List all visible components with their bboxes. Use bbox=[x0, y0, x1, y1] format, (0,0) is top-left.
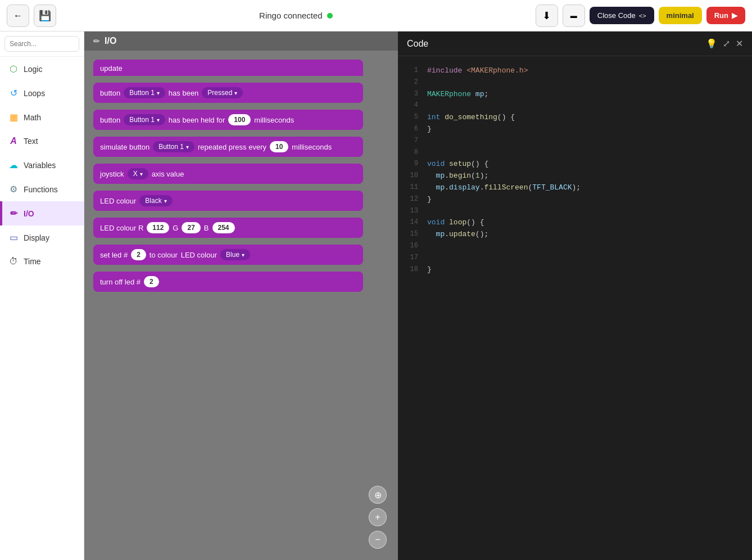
blocks-panel-title: I/O bbox=[105, 36, 116, 46]
minimal-label: minimal bbox=[667, 11, 694, 20]
code-line-5: 5 int do_something() { bbox=[407, 112, 743, 124]
back-button[interactable]: ← bbox=[7, 4, 29, 27]
button-pressed-pressed-value: Pressed bbox=[207, 89, 232, 97]
topbar: ← 💾 Ringo connected ⬇ ▬ Close Code <> mi… bbox=[0, 0, 752, 31]
variables-icon: ☁ bbox=[8, 160, 19, 170]
sidebar-item-text[interactable]: A Text bbox=[0, 129, 84, 153]
set-led-colour-label: LED colour bbox=[181, 251, 217, 259]
connection-title: Ringo connected bbox=[259, 11, 323, 20]
functions-icon: ⚙ bbox=[8, 184, 19, 195]
code-line-18: 18 } bbox=[407, 264, 743, 276]
sidebar-item-time[interactable]: ⏱ Time bbox=[0, 250, 84, 273]
minimal-button[interactable]: minimal bbox=[659, 7, 702, 24]
code-line-1: 1 #include <MAKERphone.h> bbox=[407, 65, 743, 77]
led-colour-rgb-block[interactable]: LED colour R 112 G 27 B 254 bbox=[93, 218, 363, 238]
code-line-6: 6 } bbox=[407, 124, 743, 136]
time-icon: ⏱ bbox=[8, 256, 19, 267]
monitor-button[interactable]: ▬ bbox=[563, 4, 585, 27]
fullscreen-button[interactable]: ⤢ bbox=[723, 38, 730, 49]
code-editor[interactable]: 1 #include <MAKERphone.h> 2 3 MAKERphone… bbox=[398, 56, 752, 560]
code-line-17: 17 bbox=[407, 252, 743, 264]
recenter-icon: ⊕ bbox=[374, 490, 382, 500]
led-colour-block[interactable]: LED colour Black ▾ bbox=[93, 191, 363, 211]
code-line-16: 16 bbox=[407, 241, 743, 252]
recenter-button[interactable]: ⊕ bbox=[369, 486, 387, 504]
connection-indicator bbox=[327, 13, 333, 19]
button-held-button-dropdown[interactable]: Button 1 ▾ bbox=[124, 114, 165, 125]
topbar-center: Ringo connected bbox=[61, 11, 531, 20]
sidebar-item-label-text: Text bbox=[24, 137, 38, 146]
set-led-num[interactable]: 2 bbox=[131, 249, 146, 260]
dropdown-arrow-3: ▾ bbox=[157, 117, 160, 123]
zoom-out-icon: − bbox=[375, 535, 380, 545]
sidebar-item-display[interactable]: ▭ Display bbox=[0, 225, 84, 250]
topbar-right: ⬇ ▬ Close Code <> minimal Run ▶ bbox=[536, 4, 745, 27]
sidebar-item-functions[interactable]: ⚙ Functions bbox=[0, 177, 84, 201]
turn-off-led-num[interactable]: 2 bbox=[144, 276, 159, 287]
button-held-button-value: Button 1 bbox=[129, 116, 155, 124]
code-line-13: 13 bbox=[407, 206, 743, 218]
simulate-ms-value[interactable]: 10 bbox=[270, 141, 288, 152]
turn-off-led-block[interactable]: turn off led # 2 bbox=[93, 272, 363, 292]
joystick-axis-label: axis value bbox=[152, 170, 184, 178]
zoom-out-button[interactable]: − bbox=[369, 531, 387, 549]
sidebar-item-loops[interactable]: ↺ Loops bbox=[0, 81, 84, 105]
button-held-block[interactable]: button Button 1 ▾ has been held for 100 … bbox=[93, 110, 363, 130]
led-g-value[interactable]: 27 bbox=[182, 222, 200, 233]
save-button[interactable]: 💾 bbox=[34, 4, 56, 27]
run-button[interactable]: Run ▶ bbox=[706, 7, 745, 24]
sidebar-item-math[interactable]: ▦ Math bbox=[0, 105, 84, 129]
set-led-to-label: to colour bbox=[150, 251, 178, 259]
led-r-value[interactable]: 112 bbox=[147, 222, 169, 233]
code-line-8: 8 bbox=[407, 147, 743, 159]
code-line-9: 9 void setup() { bbox=[407, 159, 743, 170]
sidebar-item-label-time: Time bbox=[24, 257, 41, 266]
sidebar-item-label-loops: Loops bbox=[24, 89, 45, 98]
download-icon: ⬇ bbox=[542, 10, 551, 22]
joystick-axis-dropdown[interactable]: X ▾ bbox=[128, 168, 148, 179]
button-held-has-been-held: has been held for bbox=[169, 116, 225, 124]
save-icon: 💾 bbox=[39, 10, 51, 22]
set-led-block[interactable]: set led # 2 to colour LED colour Blue ▾ bbox=[93, 245, 363, 265]
led-rgb-label: LED colour R bbox=[100, 224, 143, 232]
dropdown-arrow-7: ▾ bbox=[242, 252, 244, 258]
led-b-label: B bbox=[204, 224, 209, 232]
update-block[interactable]: update bbox=[93, 60, 363, 76]
close-code-icon: <> bbox=[639, 12, 646, 19]
button-held-button-label: button bbox=[100, 116, 120, 124]
led-colour-value: Black bbox=[145, 197, 161, 205]
search-box bbox=[0, 31, 84, 57]
button-pressed-block[interactable]: button Button 1 ▾ has been Pressed ▾ bbox=[93, 83, 363, 103]
zoom-in-button[interactable]: + bbox=[369, 508, 387, 526]
joystick-block[interactable]: joystick X ▾ axis value bbox=[93, 164, 363, 184]
close-code-button[interactable]: Close Code <> bbox=[590, 7, 654, 24]
button-held-ms-value[interactable]: 100 bbox=[228, 114, 251, 125]
blocks-scroll-area[interactable]: update button Button 1 ▾ has been Presse… bbox=[84, 51, 398, 554]
code-line-11: 11 mp.display.fillScreen(TFT_BLACK); bbox=[407, 182, 743, 194]
button-pressed-button-dropdown[interactable]: Button 1 ▾ bbox=[124, 87, 165, 98]
back-icon: ← bbox=[13, 11, 22, 21]
simulate-button-dropdown[interactable]: Button 1 ▾ bbox=[153, 141, 194, 152]
loops-icon: ↺ bbox=[8, 88, 19, 98]
button-pressed-pressed-dropdown[interactable]: Pressed ▾ bbox=[202, 87, 243, 98]
led-g-label: G bbox=[173, 224, 178, 232]
code-line-7: 7 bbox=[407, 136, 743, 147]
sidebar-item-io[interactable]: ✏ I/O bbox=[0, 201, 84, 225]
sidebar-item-logic[interactable]: ⬡ Logic bbox=[0, 57, 84, 81]
button-held-ms-label: milliseconds bbox=[254, 116, 294, 124]
canvas-controls: ⊕ + − bbox=[369, 486, 387, 549]
lightbulb-button[interactable]: 💡 bbox=[706, 38, 717, 49]
download-button[interactable]: ⬇ bbox=[536, 4, 558, 27]
sidebar-item-variables[interactable]: ☁ Variables bbox=[0, 153, 84, 177]
search-input[interactable] bbox=[4, 36, 79, 52]
main-layout: ⬡ Logic ↺ Loops ▦ Math A Text ☁ Variable… bbox=[0, 31, 752, 560]
led-b-value[interactable]: 254 bbox=[212, 222, 235, 233]
dropdown-arrow-2: ▾ bbox=[234, 90, 237, 96]
blocks-canvas: ✏ I/O update button Button 1 ▾ has been bbox=[84, 31, 398, 560]
led-colour-dropdown[interactable]: Black ▾ bbox=[139, 195, 172, 206]
simulate-button-block[interactable]: simulate button Button 1 ▾ repeated pres… bbox=[93, 137, 363, 157]
simulate-label: simulate button bbox=[100, 143, 150, 151]
set-led-colour-dropdown[interactable]: Blue ▾ bbox=[220, 249, 250, 260]
code-close-button[interactable]: ✕ bbox=[736, 38, 743, 49]
code-line-2: 2 bbox=[407, 77, 743, 89]
